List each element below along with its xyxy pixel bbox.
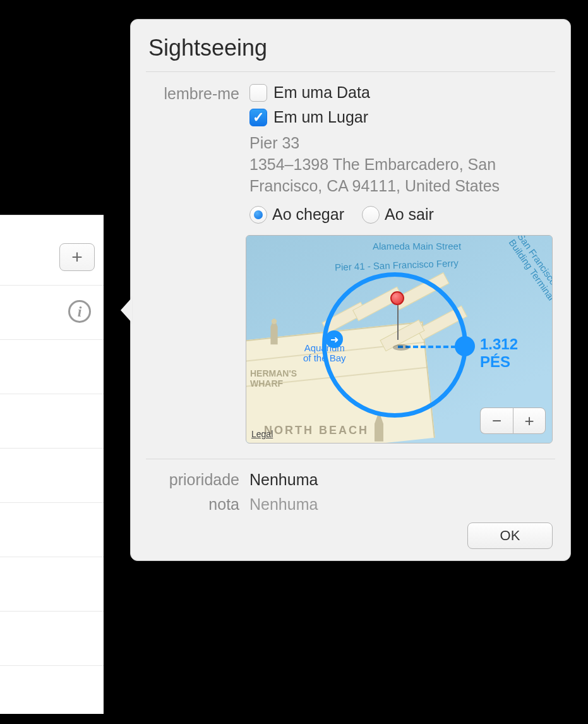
reminders-list-panel: + i <box>0 215 104 714</box>
map-legal-link[interactable]: Legal <box>251 429 273 439</box>
list-divider <box>0 285 104 286</box>
zoom-out-button[interactable]: − <box>480 407 513 434</box>
svg-point-0 <box>272 319 277 324</box>
list-divider <box>0 394 104 394</box>
priority-select[interactable]: Nenhuma <box>249 471 318 489</box>
divider <box>146 71 555 72</box>
arriving-radio[interactable]: Ao chegar <box>249 205 344 224</box>
list-divider <box>0 611 104 612</box>
leaving-radio[interactable]: Ao sair <box>362 205 434 224</box>
map-label-alameda: Alameda Main Street <box>373 241 461 251</box>
radius-handle[interactable] <box>455 336 475 356</box>
location-name: Pier 33 <box>249 133 553 154</box>
location-line2: Francisco, CA 94111, United States <box>249 176 553 197</box>
note-label: nota <box>148 494 239 514</box>
location-map[interactable]: Alameda Main Street Pier 41 - San Franci… <box>246 235 553 443</box>
reminder-title[interactable]: Sightseeing <box>148 35 553 71</box>
remind-me-label: lembre-me <box>148 83 239 443</box>
map-zoom-controls: − + <box>480 407 546 434</box>
radius-distance: 1.312 PÉS <box>480 335 552 371</box>
landmark-icon <box>265 318 283 348</box>
location-address[interactable]: Pier 33 1354–1398 The Embarcadero, San F… <box>249 133 553 196</box>
map-label-hermans: HERMAN'SWHARF <box>250 368 297 389</box>
info-button[interactable]: i <box>68 300 91 323</box>
at-a-location-checkbox[interactable] <box>249 109 267 126</box>
list-divider <box>0 339 104 340</box>
reminder-details-popover: Sightseeing lembre-me Em uma Data Em um … <box>130 19 571 561</box>
on-a-date-label: Em uma Data <box>273 83 370 102</box>
list-divider <box>0 557 104 557</box>
at-a-location-label: Em um Lugar <box>273 108 368 126</box>
map-label-northbeach: NORTH BEACH <box>264 424 369 437</box>
divider <box>146 459 555 459</box>
zoom-in-button[interactable]: + <box>513 407 546 434</box>
radio-icon <box>249 206 267 224</box>
note-field[interactable]: Nenhuma <box>249 495 318 514</box>
radio-icon <box>362 206 380 224</box>
list-divider <box>0 665 104 666</box>
list-divider <box>0 502 104 503</box>
on-a-date-checkbox[interactable] <box>249 84 267 102</box>
location-line1: 1354–1398 The Embarcadero, San <box>249 154 553 176</box>
list-divider <box>0 448 104 449</box>
plus-icon: + <box>71 246 83 268</box>
priority-label: prioridade <box>148 469 239 489</box>
add-reminder-button[interactable]: + <box>59 243 95 271</box>
leaving-label: Ao sair <box>385 205 434 224</box>
arriving-label: Ao chegar <box>272 205 344 224</box>
ok-button[interactable]: OK <box>467 522 553 549</box>
